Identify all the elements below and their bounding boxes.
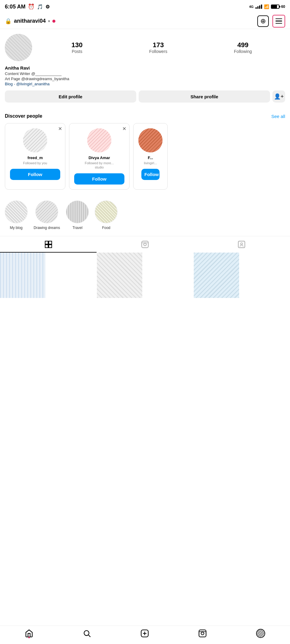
profile-avatar[interactable] <box>5 34 32 61</box>
see-all-button[interactable]: See all <box>271 114 285 119</box>
grid-icon <box>44 240 52 248</box>
bar1 <box>255 7 257 9</box>
tab-grid[interactable] <box>0 236 97 253</box>
battery-fill <box>272 5 277 8</box>
highlight-item-4[interactable]: Food <box>95 201 117 230</box>
highlight-circle-2 <box>35 201 58 223</box>
highlight-item-2[interactable]: Drawing dreams <box>34 201 60 230</box>
followers-label: Followers <box>149 49 167 54</box>
post-item-2[interactable] <box>97 253 142 298</box>
close-suggestion-2[interactable]: ✕ <box>122 126 126 132</box>
action-buttons: Edit profile Share profile 👤+ <box>5 90 285 103</box>
share-profile-button[interactable]: Share profile <box>139 90 270 103</box>
home-notification-dot <box>28 637 30 638</box>
svg-rect-7 <box>238 241 245 248</box>
close-suggestion-1[interactable]: ✕ <box>58 126 62 132</box>
suggestion-name-3: F... <box>148 155 153 160</box>
highlight-item-3[interactable]: Travel <box>66 201 89 230</box>
suggestion-avatar-2[interactable] <box>87 128 111 152</box>
post-image-1 <box>0 253 45 298</box>
following-stat[interactable]: 499 Following <box>234 41 252 54</box>
wifi-icon: 📶 <box>264 4 269 9</box>
add-friend-button[interactable]: 👤+ <box>272 90 285 103</box>
highlights-row: My blog Drawing dreams Travel Food <box>5 201 285 230</box>
plus-icon: ⊕ <box>260 17 266 25</box>
suggestions-row: ✕ freed_m Followed by you Follow ✕ Divya… <box>5 123 285 193</box>
add-icon <box>140 629 149 638</box>
followers-stat[interactable]: 173 Followers <box>149 41 167 54</box>
following-count: 499 <box>237 41 249 49</box>
follow-button-1[interactable]: Follow <box>10 169 60 180</box>
bar2 <box>257 6 259 9</box>
bio-line-3[interactable]: Blog - @livingirl_ananitha <box>5 82 285 86</box>
tab-reels[interactable] <box>97 236 193 253</box>
settings-icon: ⚙ <box>45 4 50 10</box>
follow-button-2[interactable]: Follow <box>74 173 124 185</box>
signal-bars <box>255 5 262 9</box>
svg-point-15 <box>201 632 204 635</box>
posts-stat[interactable]: 130 Posts <box>71 41 83 54</box>
svg-point-9 <box>84 631 89 636</box>
menu-button[interactable] <box>272 15 285 28</box>
avatar-image <box>5 34 32 61</box>
profile-section: 130 Posts 173 Followers 499 Following An… <box>0 29 290 109</box>
add-post-button[interactable]: ⊕ <box>257 15 269 27</box>
battery-icon <box>271 5 279 9</box>
tab-tagged[interactable] <box>193 236 290 253</box>
tabs-section <box>0 236 290 253</box>
nav-home[interactable] <box>25 629 33 638</box>
suggestion-avatar-image-2 <box>87 128 111 152</box>
status-time-area: 6:05 AM ⏰ 🎵 ⚙ <box>5 3 50 10</box>
suggestion-sub-2: Followed by more...studio <box>85 161 114 170</box>
edit-profile-button[interactable]: Edit profile <box>5 90 136 103</box>
svg-rect-1 <box>49 241 52 244</box>
post-item-1[interactable] <box>0 253 45 298</box>
highlights-section: My blog Drawing dreams Travel Food <box>0 196 290 230</box>
nav-reels[interactable] <box>198 629 207 638</box>
menu-line-3 <box>275 23 282 24</box>
dropdown-arrow-icon: ▾ <box>48 19 50 23</box>
highlight-image-1 <box>5 201 27 223</box>
time-display: 6:05 AM <box>5 4 25 10</box>
suggestion-sub-1: Followed by you <box>23 161 47 165</box>
reels-icon <box>141 240 149 248</box>
nav-profile[interactable] <box>256 629 265 638</box>
profile-name: Anitha Ravi <box>5 65 285 70</box>
suggestion-sub-3: livingirl... <box>144 161 157 165</box>
following-label: Following <box>234 49 252 54</box>
network-label: 4G <box>249 5 254 8</box>
suggestion-avatar-3[interactable] <box>138 128 163 152</box>
battery-label: 60 <box>281 5 285 9</box>
username-text: anitharavi04 <box>14 18 46 24</box>
discover-title: Discover people <box>5 113 42 119</box>
suggestion-card-3: F... livingirl... Follow <box>133 123 168 190</box>
highlight-item-1[interactable]: My blog <box>5 201 28 230</box>
person-plus-icon: 👤+ <box>274 93 284 100</box>
suggestion-name-2: Divya Amar <box>88 155 110 160</box>
menu-line-1 <box>275 18 282 19</box>
svg-line-10 <box>88 635 90 637</box>
stats-area: 130 Posts 173 Followers 499 Following <box>38 41 285 54</box>
highlight-label-4: Food <box>102 226 110 230</box>
svg-rect-2 <box>45 245 48 248</box>
menu-line-2 <box>275 21 282 21</box>
suggestion-avatar-1[interactable] <box>23 128 47 152</box>
follow-button-3[interactable]: Follow <box>141 169 160 180</box>
nav-search[interactable] <box>83 629 91 638</box>
post-image-2 <box>97 253 142 298</box>
svg-point-5 <box>144 243 147 246</box>
music-icon: 🎵 <box>37 4 43 10</box>
suggestion-avatar-image-3 <box>138 128 163 152</box>
posts-label: Posts <box>72 49 82 54</box>
username-area[interactable]: 🔒 anitharavi04 ▾ <box>5 18 55 25</box>
suggestion-name-1: freed_m <box>28 155 43 160</box>
suggestion-avatar-image-1 <box>23 128 47 152</box>
highlight-image-2 <box>36 201 58 223</box>
post-item-3[interactable] <box>194 253 239 298</box>
bio-section: Anitha Ravi Content Writer @____________… <box>5 65 285 86</box>
svg-rect-0 <box>45 241 48 244</box>
post-image-3 <box>194 253 239 298</box>
svg-point-8 <box>241 243 243 245</box>
nav-add[interactable] <box>140 629 149 638</box>
profile-top: 130 Posts 173 Followers 499 Following <box>5 34 285 61</box>
